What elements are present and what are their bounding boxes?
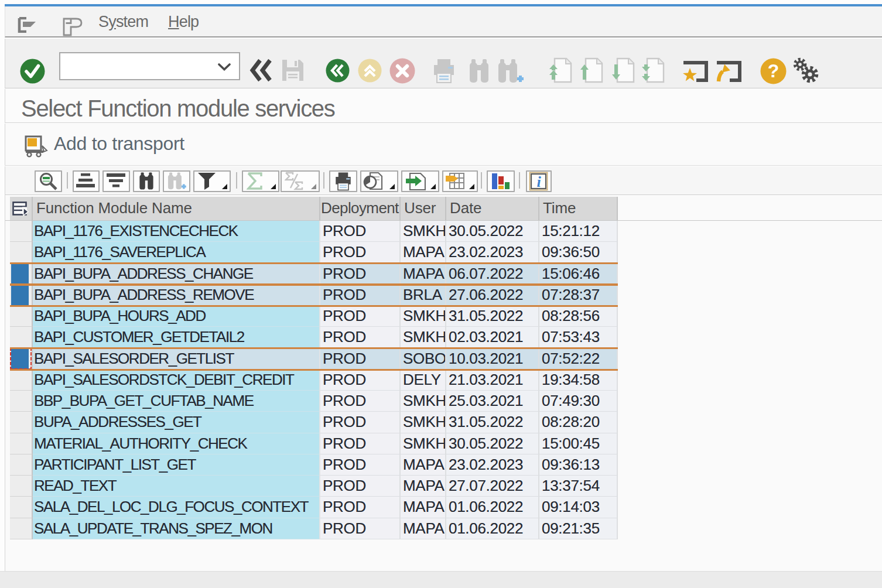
svg-text:i: i xyxy=(536,173,541,190)
svg-text:?: ? xyxy=(768,60,780,81)
